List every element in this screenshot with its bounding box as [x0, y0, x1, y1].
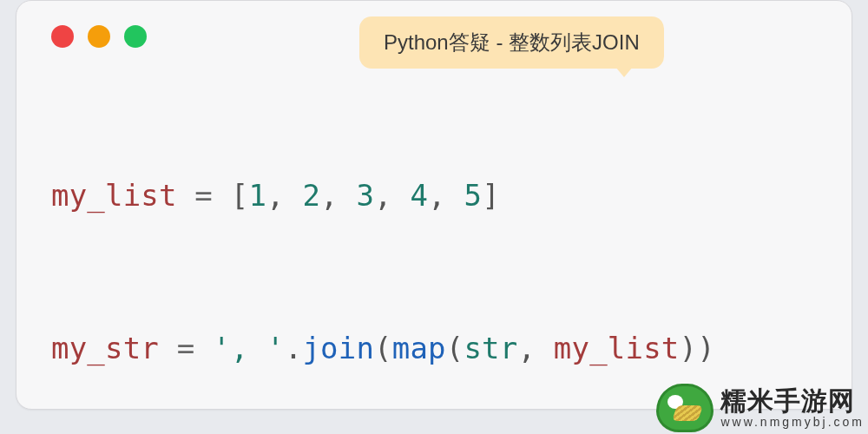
watermark-logo-icon	[656, 384, 713, 432]
method-join: join	[302, 331, 374, 365]
watermark-url: www.nmgmybj.com	[720, 416, 865, 428]
title-text: Python答疑 - 整数列表JOIN	[384, 30, 640, 54]
title-bubble: Python答疑 - 整数列表JOIN	[359, 16, 664, 69]
watermark: 糯米手游网 www.nmgmybj.com	[656, 384, 865, 432]
builtin-map: map	[392, 331, 446, 365]
close-icon	[51, 25, 74, 48]
code-line-1: my_list = [1, 2, 3, 4, 5]	[51, 178, 817, 214]
maximize-icon	[124, 25, 147, 48]
code-line-2: my_str = ', '.join(map(str, my_list))	[51, 331, 817, 366]
variable-my-list: my_list	[51, 178, 177, 213]
watermark-text: 糯米手游网 www.nmgmybj.com	[720, 388, 865, 428]
minimize-icon	[88, 25, 110, 48]
watermark-site-name: 糯米手游网	[720, 388, 865, 414]
code-window: Python答疑 - 整数列表JOIN my_list = [1, 2, 3, …	[16, 0, 852, 410]
variable-my-str: my_str	[51, 331, 159, 365]
builtin-str: str	[464, 331, 517, 365]
